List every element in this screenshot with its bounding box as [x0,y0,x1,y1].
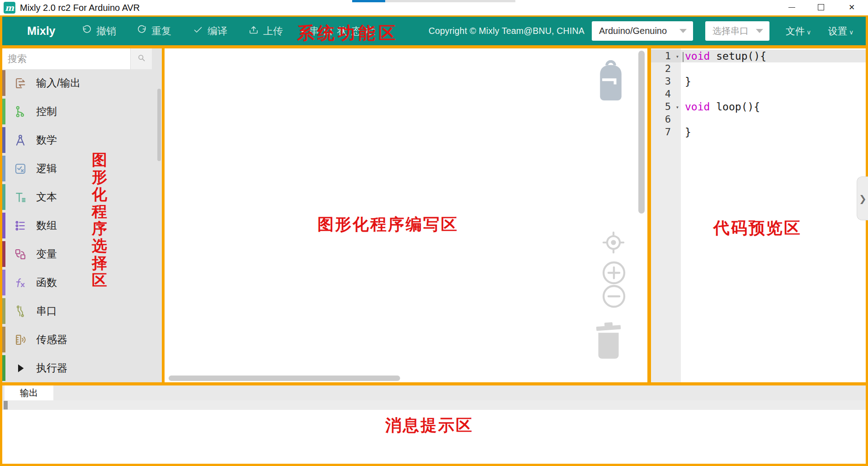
sidebar-item-actuator[interactable]: 执行器 [2,354,162,382]
category-color-bar [2,241,5,267]
actuator-icon [13,361,28,376]
zoom-out-button[interactable] [601,283,627,311]
serial-status-button[interactable]: 串口状态栏 [302,17,379,45]
output-tabstrip: 输出 [2,385,866,400]
center-blocks-button[interactable] [601,230,626,257]
tab-output[interactable]: 输出 [5,385,53,400]
category-color-bar [2,327,5,352]
check-icon [193,24,203,38]
top-progress-bar-blue [352,0,385,2]
serial-icon [13,304,28,319]
undo-button[interactable]: 撤销 [81,17,116,45]
undo-label: 撤销 [96,24,116,38]
top-progress-bar-gray [385,0,515,2]
chevron-right-icon: ❯ [859,193,867,204]
line-number: 3 [665,75,671,88]
code-token: } [685,126,691,138]
code-token: void [685,101,710,113]
sidebar-item-control[interactable]: 控制 [2,97,162,126]
serial-status-label: 串口状态栏 [309,24,379,38]
port-select[interactable]: 选择串口 [705,21,769,41]
sidebar-item-array[interactable]: 数组 [2,211,162,240]
maximize-button[interactable] [810,0,832,14]
search-row [2,48,162,69]
tab-output-label: 输出 [20,387,38,399]
copyright-text: Copyright © Mixly Team@BNU, CHINA [429,17,585,45]
maximize-icon [818,4,824,10]
io-icon [13,76,28,90]
compile-button[interactable]: 编译 [193,17,227,45]
trash-icon[interactable] [594,319,623,363]
file-menu[interactable]: 文件 ∨ [786,17,811,45]
code-text: } [685,75,691,88]
code-line: 1▾void setup(){ [651,50,866,62]
mixly-menu-label: Mixly [27,24,56,38]
file-menu-label: 文件 [786,25,805,38]
code-text: } [685,126,691,138]
canvas-vertical-scrollbar[interactable] [638,51,645,214]
settings-menu[interactable]: 设置 ∨ [828,17,854,45]
chevron-down-icon [679,29,687,33]
port-select-value: 选择串口 [712,25,749,37]
block-category-sidebar: 输入/输出控制数学逻辑文本数组变量函数串口传感器执行器 [2,48,162,382]
board-select-value: Arduino/Genuino [599,26,667,36]
category-list: 输入/输出控制数学逻辑文本数组变量函数串口传感器执行器 [2,69,162,382]
search-input[interactable] [2,48,130,69]
console-scrollbar[interactable] [4,401,8,409]
backpack-icon[interactable] [596,60,626,104]
board-select[interactable]: Arduino/Genuino [592,21,693,41]
array-icon [13,219,28,233]
redo-button[interactable]: 重复 [137,17,171,45]
category-color-bar [2,270,5,295]
minimize-button[interactable] [781,0,802,14]
fold-marker-icon[interactable]: ▾ [676,50,679,63]
category-label: 逻辑 [36,162,57,176]
titlebar: m Mixly 2.0 rc2 For Arduino AVR ✕ [0,0,868,15]
category-label: 输入/输出 [36,76,80,90]
sensor-icon [13,333,28,347]
text-icon [13,190,28,204]
message-output-panel: 输出 [2,385,866,464]
sidebar-scrollbar[interactable] [157,89,161,161]
line-number-cell: 7 [651,126,681,138]
chevron-down-icon: ∨ [807,29,811,36]
logic-icon [13,162,28,176]
text-cursor [683,52,684,62]
upload-button[interactable]: 上传 [248,17,283,45]
redo-label: 重复 [151,24,171,38]
sidebar-item-text[interactable]: 文本 [2,183,162,211]
search-button[interactable] [130,48,152,69]
category-color-bar [2,213,5,238]
category-label: 文本 [36,190,57,204]
fold-marker-icon[interactable]: ▾ [676,101,679,114]
canvas-horizontal-scrollbar[interactable] [169,376,400,381]
block-workspace-canvas[interactable] [165,48,647,382]
category-color-bar [2,99,5,124]
sidebar-item-io[interactable]: 输入/输出 [2,69,162,97]
variable-icon [13,247,28,262]
category-label: 变量 [36,247,57,261]
sidebar-item-variable[interactable]: 变量 [2,240,162,268]
close-button[interactable]: ✕ [841,0,863,14]
window-title: Mixly 2.0 rc2 For Arduino AVR [20,2,140,14]
sidebar-item-function[interactable]: 函数 [2,268,162,297]
sidebar-item-logic[interactable]: 逻辑 [2,154,162,183]
bullet-dot-icon [302,29,305,33]
line-number-cell: 1▾ [651,50,681,62]
sidebar-item-sensor[interactable]: 传感器 [2,325,162,354]
mixly-menu[interactable]: Mixly [27,17,56,45]
category-label: 数学 [36,133,57,147]
redo-icon [137,24,147,38]
panel-expander-button[interactable]: ❯ [857,176,868,220]
category-color-bar [2,127,5,153]
undo-icon [81,24,92,38]
sidebar-item-serial[interactable]: 串口 [2,297,162,325]
code-text: void setup(){ [685,50,766,62]
line-number-cell: 2 [651,62,681,75]
copyright-label: Copyright © Mixly Team@BNU, CHINA [429,26,585,36]
sidebar-item-math[interactable]: 数学 [2,126,162,154]
code-preview-panel: 1▾void setup(){23}45▾void loop(){67} [651,48,866,382]
code-token: void [685,50,710,62]
line-number: 7 [665,126,671,138]
output-console-row [2,400,866,410]
